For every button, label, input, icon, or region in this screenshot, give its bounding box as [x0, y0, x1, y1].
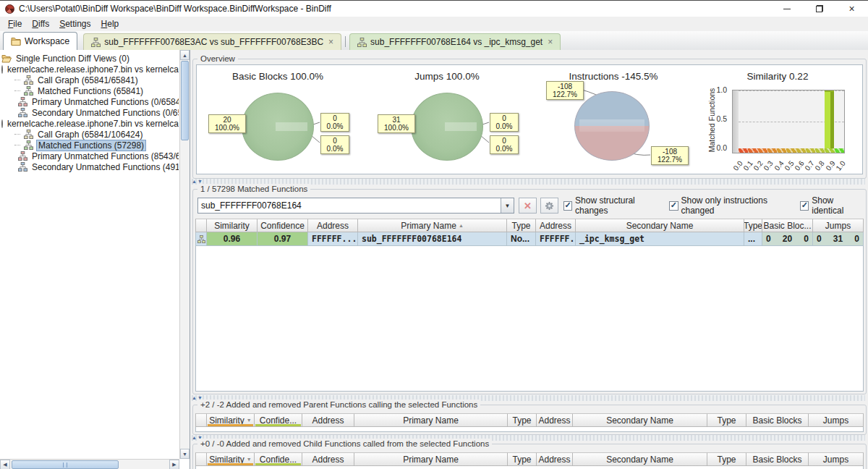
scrollbar-thumb[interactable]: [12, 460, 119, 469]
instructions-chart-title: Instructions -145.5%: [530, 71, 697, 82]
combobox-dropdown-icon[interactable]: ▼: [501, 198, 514, 213]
checkbox-show-identical[interactable]: ✓ Show identical: [800, 195, 863, 216]
header-similarity[interactable]: Similarity▼: [207, 452, 255, 466]
diff-pie-icon: [1, 65, 3, 74]
callgraph-icon: [24, 75, 33, 85]
restore-button[interactable]: [803, 1, 835, 17]
header-address-primary[interactable]: Address: [308, 219, 358, 232]
header-type-secondary[interactable]: Type: [707, 413, 746, 427]
header-address-secondary[interactable]: Address: [536, 219, 576, 232]
header-jumps[interactable]: Jumps: [809, 413, 864, 427]
header-primary-name[interactable]: Primary Name: [354, 413, 508, 427]
tree-vertical-scrollbar[interactable]: ▲ ▼: [179, 50, 190, 459]
clear-filter-button[interactable]: ✕: [519, 198, 537, 214]
basic-blocks-pie: [242, 93, 314, 161]
children-table-header: Similarity▼ Confide... Address Primary N…: [195, 452, 864, 466]
matched-row-selected[interactable]: 0.96 0.97 FFFFFF... sub_FFFFFFF00768E164…: [195, 232, 864, 246]
title-bar: C:\Users\Potat0\BinDiff Workspace\BinDif…: [0, 1, 868, 17]
tree-item-matched-functions-2-selected[interactable]: Matched Functions (57298): [14, 140, 179, 151]
close-button[interactable]: ×: [835, 1, 868, 17]
tree-item-call-graph-2[interactable]: Call Graph (65841/106424): [14, 129, 179, 140]
header-confidence[interactable]: Confidence: [258, 219, 308, 232]
header-basic-blocks[interactable]: Basic Bloc...: [762, 219, 813, 232]
scrollbar-thumb[interactable]: [181, 61, 189, 140]
basic-blocks-callout-right2: 00.0%: [320, 135, 349, 154]
header-address-primary[interactable]: Address: [302, 413, 354, 427]
menu-help[interactable]: Help: [96, 17, 124, 30]
close-icon: ×: [848, 4, 854, 14]
tree-item-diff-2[interactable]: kernelcache.release.iphone7.bin vs kerne…: [1, 118, 179, 129]
header-address-primary[interactable]: Address: [302, 452, 354, 466]
checkbox-show-structural-changes[interactable]: ✓ Show structural changes: [563, 195, 662, 216]
tab-close-icon[interactable]: ×: [548, 37, 553, 47]
tab-bar: Workspace sub_FFFFFFF00768E3AC vs sub_FF…: [0, 31, 868, 50]
header-secondary-name[interactable]: Secondary Name: [573, 452, 707, 466]
menu-settings[interactable]: Settings: [54, 17, 95, 30]
minimize-button[interactable]: [770, 1, 803, 17]
tree-item-secondary-unmatched-2[interactable]: Secondary Unmatched Functions (49126/10: [14, 161, 179, 172]
scroll-up-button[interactable]: ▲: [180, 50, 190, 60]
primary-unmatched-icon: [18, 97, 27, 106]
collapse-up-icon[interactable]: ▲: [192, 435, 197, 441]
header-secondary-name[interactable]: Secondary Name: [573, 413, 707, 427]
header-similarity[interactable]: Similarity▼: [207, 413, 255, 427]
header-confidence[interactable]: Confide...: [255, 413, 302, 427]
folder-icon: [11, 37, 21, 46]
scroll-right-button[interactable]: ▶: [169, 460, 179, 469]
header-basic-blocks[interactable]: Basic Blocks: [746, 452, 809, 466]
matched-table-header: Similarity Confidence Address Primary Na…: [195, 219, 864, 232]
collapse-up-icon[interactable]: ▲: [192, 395, 197, 401]
tree-item-matched-functions-1[interactable]: Matched Functions (65841): [14, 85, 179, 96]
header-confidence[interactable]: Confide...: [255, 452, 302, 466]
tree-item-single-function-diff-views[interactable]: Single Function Diff Views (0): [1, 53, 179, 64]
header-address-secondary[interactable]: Address: [537, 452, 573, 466]
callgraph-icon: [24, 130, 33, 139]
open-folder-icon: [1, 54, 12, 63]
menu-file[interactable]: File: [3, 17, 27, 30]
overview-panel: Overview Basic Blocks 100.0% 20: [192, 59, 867, 179]
header-jumps[interactable]: Jumps: [809, 452, 864, 466]
scroll-down-button[interactable]: ▼: [180, 449, 190, 459]
matched-functions-icon: [24, 86, 33, 96]
header-jumps[interactable]: Jumps: [813, 219, 864, 232]
function-filter-combobox[interactable]: sub_FFFFFFF00768E164 ▼: [197, 198, 514, 214]
header-type-primary[interactable]: Type: [507, 219, 536, 232]
tree-item-primary-unmatched-1[interactable]: Primary Unmatched Functions (0/65841): [14, 96, 179, 107]
matched-functions-table: Similarity Confidence Address Primary Na…: [195, 219, 864, 246]
similarity-bar-0-9: [825, 90, 834, 148]
header-icon-column[interactable]: [195, 219, 207, 232]
filter-settings-button[interactable]: [540, 198, 558, 214]
header-icon-column[interactable]: [195, 452, 207, 466]
tab-close-icon[interactable]: ×: [328, 37, 333, 47]
header-secondary-name[interactable]: Secondary Name: [576, 219, 744, 232]
header-type-primary[interactable]: Type: [508, 452, 537, 466]
tree-item-call-graph-1[interactable]: Call Graph (65841/65841): [14, 75, 179, 85]
tree-item-primary-unmatched-2[interactable]: Primary Unmatched Functions (8543/65841: [14, 151, 179, 161]
diff-pie-icon: [1, 119, 3, 128]
collapse-up-icon[interactable]: ▲: [192, 179, 197, 185]
tree-item-secondary-unmatched-1[interactable]: Secondary Unmatched Functions (0/65841): [14, 107, 179, 118]
header-type-secondary[interactable]: Type: [744, 219, 762, 232]
cell-confidence: 0.97: [258, 232, 308, 246]
tab-diff-2[interactable]: sub_FFFFFFF00768E164 vs _ipc_kmsg_get ×: [349, 33, 561, 50]
checkbox-show-only-instructions-changed[interactable]: ✓ Show only instructions changed: [669, 195, 793, 216]
scroll-left-button[interactable]: ◀: [0, 460, 10, 469]
header-basic-blocks[interactable]: Basic Blocks: [746, 413, 809, 427]
workspace-tree: Single Function Diff Views (0) kernelcac…: [1, 53, 179, 458]
header-icon-column[interactable]: [195, 413, 207, 427]
header-similarity[interactable]: Similarity: [207, 219, 258, 232]
tab-workspace[interactable]: Workspace: [3, 32, 77, 50]
header-primary-name[interactable]: Primary Name: [354, 452, 508, 466]
bindiff-logo-icon: [5, 4, 14, 14]
header-address-secondary[interactable]: Address: [537, 413, 573, 427]
bindiff-window: C:\Users\Potat0\BinDiff Workspace\BinDif…: [0, 0, 868, 469]
tree-horizontal-scrollbar[interactable]: ◀ ▶: [0, 459, 179, 469]
menu-diffs[interactable]: Diffs: [27, 17, 54, 30]
header-type-primary[interactable]: Type: [508, 413, 537, 427]
header-type-secondary[interactable]: Type: [707, 452, 746, 466]
filter-input-value[interactable]: sub_FFFFFFF00768E164: [198, 200, 501, 211]
tree-item-diff-1[interactable]: kernelcache.release.iphone7.bin vs kerne…: [1, 64, 179, 75]
tab-diff-1[interactable]: sub_FFFFFFF00768E3AC vs sub_FFFFFFF00768…: [83, 33, 341, 50]
cell-basic-blocks: 0200: [762, 232, 813, 246]
header-primary-name[interactable]: Primary Name▲: [358, 219, 507, 232]
